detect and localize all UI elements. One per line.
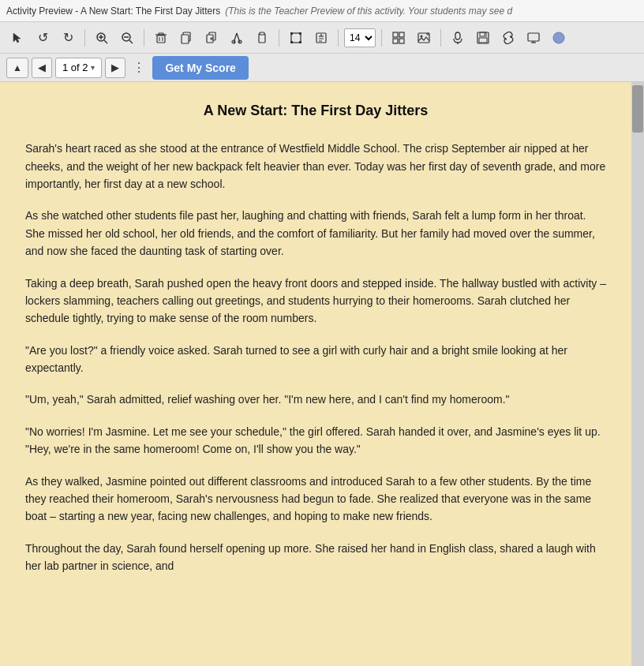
font-size-select[interactable]: 89101112 14161820 242832	[344, 28, 376, 47]
title-bar: Activity Preview - A New Start: The Firs…	[0, 0, 644, 22]
grid-button[interactable]	[388, 27, 410, 49]
separator-6	[440, 29, 441, 47]
page-content: A New Start: The First Day Jitters Sarah…	[0, 82, 631, 666]
svg-rect-10	[159, 33, 163, 35]
copy-button[interactable]	[175, 27, 197, 49]
svg-rect-49	[528, 33, 539, 41]
nav-up-button[interactable]: ▲	[6, 58, 28, 78]
svg-rect-37	[393, 39, 398, 43]
nav-next-button[interactable]: ▶	[105, 58, 125, 78]
article-title: A New Start: The First Day Jitters	[25, 101, 606, 121]
pointer-tool[interactable]	[6, 27, 28, 49]
paragraph-7: As they walked, Jasmine pointed out diff…	[25, 473, 606, 526]
svg-rect-28	[290, 41, 293, 43]
zoom-out-button[interactable]	[116, 27, 138, 49]
microphone-button[interactable]	[447, 27, 469, 49]
undo-button[interactable]: ↺	[32, 27, 54, 49]
circle-button[interactable]	[548, 27, 570, 49]
svg-rect-27	[299, 32, 301, 35]
activity-title: Activity Preview - A New Start: The Firs…	[6, 6, 220, 17]
separator-1	[84, 29, 85, 47]
paste-button[interactable]	[251, 27, 273, 49]
nav-prev-button[interactable]: ◀	[32, 58, 52, 78]
image-button[interactable]	[413, 27, 435, 49]
svg-rect-43	[455, 32, 460, 39]
svg-rect-47	[479, 38, 487, 43]
svg-rect-46	[480, 32, 486, 36]
separator-5	[381, 29, 382, 47]
svg-rect-14	[182, 35, 189, 43]
paragraph-2: As she watched other students file past …	[25, 207, 606, 260]
svg-line-2	[104, 40, 107, 43]
svg-point-40	[421, 35, 423, 37]
paragraph-3: Taking a deep breath, Sarah pushed open …	[25, 275, 606, 327]
page-label: 1 of 2	[62, 62, 88, 73]
cut-button[interactable]	[226, 27, 248, 49]
nav-bar: ▲ ◀ 1 of 2 ▾ ▶ ⋮ Get My Score	[0, 54, 644, 82]
svg-line-6	[129, 40, 133, 43]
separator-3	[279, 29, 279, 47]
more-options-button[interactable]: ⋮	[129, 58, 149, 78]
screen-button[interactable]	[522, 27, 545, 49]
svg-rect-26	[290, 32, 293, 35]
page-indicator[interactable]: 1 of 2 ▾	[55, 58, 103, 78]
separator-4	[338, 29, 339, 47]
scrollbar-thumb[interactable]	[632, 85, 643, 133]
svg-rect-8	[157, 36, 165, 43]
redo-button[interactable]: ↻	[57, 27, 79, 49]
delete-button[interactable]	[150, 27, 172, 49]
paragraph-1: Sarah's heart raced as she stood at the …	[25, 140, 606, 193]
svg-rect-35	[393, 32, 398, 37]
svg-rect-23	[259, 34, 265, 43]
textbox-button[interactable]	[310, 27, 332, 49]
separator-2	[144, 29, 144, 47]
svg-rect-24	[260, 32, 264, 35]
content-area: A New Start: The First Day Jitters Sarah…	[0, 82, 644, 666]
link-button[interactable]	[497, 27, 519, 49]
zoom-in-button[interactable]	[91, 27, 113, 49]
svg-point-52	[553, 32, 564, 43]
scrollbar[interactable]	[631, 82, 644, 666]
teacher-preview-text: (This is the Teacher Preview of this act…	[225, 6, 512, 17]
svg-rect-36	[399, 32, 404, 37]
toolbar: ↺ ↻ 89101112 14161820 242832	[0, 22, 644, 54]
paragraph-6: "No worries! I'm Jasmine. Let me see you…	[25, 423, 606, 458]
paragraph-8: Throughout the day, Sarah found herself …	[25, 540, 606, 575]
svg-marker-0	[13, 33, 21, 43]
page-dropdown-arrow: ▾	[91, 63, 95, 72]
svg-rect-29	[299, 41, 301, 43]
duplicate-button[interactable]	[200, 27, 223, 49]
paragraph-4: "Are you lost?" a friendly voice asked. …	[25, 342, 606, 377]
svg-rect-38	[399, 39, 404, 43]
paragraph-5: "Um, yeah," Sarah admitted, relief washi…	[25, 391, 606, 408]
get-score-button[interactable]: Get My Score	[152, 56, 248, 80]
transform-button[interactable]	[285, 27, 307, 49]
save-button[interactable]	[472, 27, 494, 49]
